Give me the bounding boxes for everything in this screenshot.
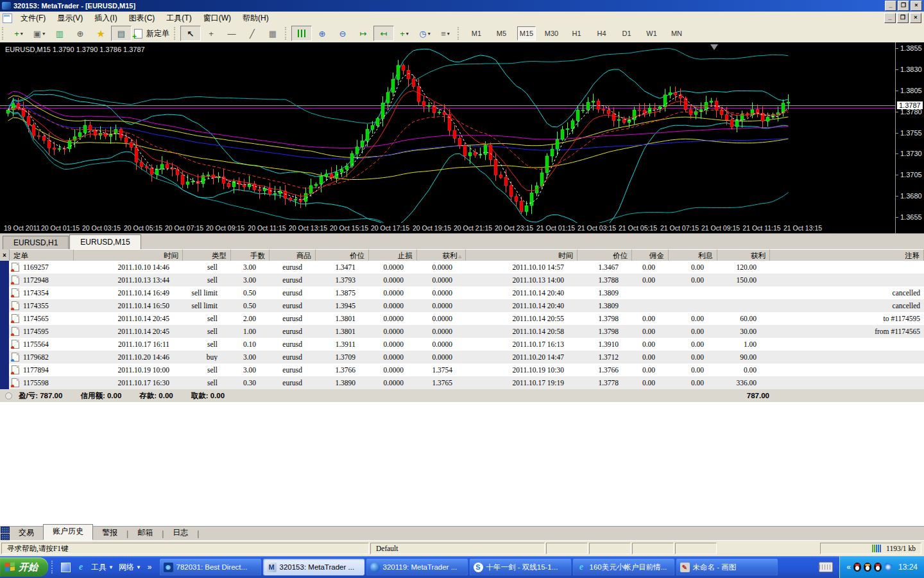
bar-chart-button[interactable] bbox=[291, 26, 312, 41]
child-restore-button[interactable]: ❐ bbox=[897, 13, 909, 23]
navigator-button[interactable]: ★ bbox=[90, 26, 111, 41]
menu-item-window[interactable]: 窗口(W) bbox=[198, 11, 237, 26]
qq-icon[interactable] bbox=[853, 563, 861, 572]
child-close-button[interactable]: × bbox=[910, 13, 921, 23]
column-header-11[interactable]: 利息 bbox=[669, 249, 717, 261]
terminal-tab-1[interactable]: 账户历史 bbox=[43, 524, 93, 540]
profiles-button[interactable]: ▣▾ bbox=[29, 26, 49, 41]
terminal-tab-2[interactable]: 警报 bbox=[93, 526, 126, 540]
trendline-button[interactable]: ╱ bbox=[242, 26, 262, 41]
language-keyboard-icon[interactable] bbox=[819, 562, 833, 572]
cursor-button[interactable]: ↖ bbox=[180, 26, 201, 41]
history-row-1175598[interactable]: 11755982011.10.17 16:30sell0.30eurusd1.3… bbox=[9, 376, 924, 389]
timeframe-h4[interactable]: H4 bbox=[592, 26, 611, 40]
terminal-tab-3[interactable]: 邮箱 bbox=[128, 526, 162, 540]
data-window-button[interactable]: ⊕ bbox=[70, 26, 90, 41]
history-row-1174355[interactable]: 11743552011.10.14 16:50sell limit0.50eur… bbox=[9, 299, 924, 312]
timeframe-m30[interactable]: M30 bbox=[542, 26, 561, 40]
start-button[interactable]: 开始 bbox=[0, 557, 48, 577]
qq-icon[interactable] bbox=[874, 563, 882, 572]
auto-scroll-button[interactable]: ↦ bbox=[353, 26, 373, 41]
menu-item-file[interactable]: 文件(F) bbox=[15, 11, 51, 26]
terminal-close-button[interactable]: × bbox=[0, 249, 10, 261]
history-row-1177894[interactable]: 11778942011.10.19 10:00sell3.00eurusd1.3… bbox=[9, 363, 924, 376]
history-row-1179682[interactable]: 11796822011.10.20 14:46buy3.00eurusd1.37… bbox=[9, 351, 924, 363]
taskbar-task-mt[interactable]: M320153: MetaTrader ... bbox=[263, 559, 364, 575]
column-header-3[interactable]: 手数 bbox=[231, 249, 270, 261]
zoom-out-button[interactable]: ⊖ bbox=[332, 26, 353, 41]
toolbar-network-menu[interactable]: 网络▼ bbox=[119, 562, 141, 573]
child-minimize-button[interactable]: _ bbox=[884, 13, 896, 23]
zoom-in-button[interactable]: ⊕ bbox=[312, 26, 332, 41]
column-header-1[interactable]: 时间 bbox=[74, 249, 183, 261]
timeframe-d1[interactable]: D1 bbox=[617, 26, 636, 40]
tray-collapse-chevron[interactable]: « bbox=[846, 563, 851, 572]
status-profile[interactable]: Default bbox=[370, 543, 545, 554]
text-grid-button[interactable]: ▦ bbox=[262, 26, 283, 41]
chart-tab-eurusd-m15[interactable]: EURUSD,M15 bbox=[69, 234, 141, 249]
column-header-9[interactable]: 价位 bbox=[578, 249, 632, 261]
timeframe-h1[interactable]: H1 bbox=[567, 26, 586, 40]
horizontal-line-button[interactable]: — bbox=[221, 26, 242, 41]
messenger-icon[interactable] bbox=[883, 562, 893, 572]
taskbar-task-bd[interactable]: 782031: Best Direct... bbox=[160, 559, 261, 575]
history-row-1174595[interactable]: 11745952011.10.14 20:45sell1.00eurusd1.3… bbox=[9, 325, 924, 338]
taskbar-task-globe[interactable]: 320119: MetaTrader ... bbox=[366, 559, 468, 575]
new-order-button[interactable]: 新定单 bbox=[132, 26, 172, 41]
dock-grip[interactable] bbox=[0, 526, 10, 540]
price-axis[interactable]: 1.38551.38301.38051.37801.37551.37301.37… bbox=[895, 42, 924, 233]
history-row-1175564[interactable]: 11755642011.10.17 16:11sell0.10eurusd1.3… bbox=[9, 338, 924, 351]
column-header-2[interactable]: 类型 bbox=[183, 249, 231, 261]
history-row-1174354[interactable]: 11743542011.10.14 16:49sell limit0.50eur… bbox=[9, 286, 924, 299]
quicklaunch-desktop-icon[interactable] bbox=[60, 561, 71, 573]
menu-item-insert[interactable]: 插入(I) bbox=[89, 11, 123, 26]
timeframe-w1[interactable]: W1 bbox=[642, 26, 661, 40]
restore-button[interactable]: ❐ bbox=[898, 1, 909, 11]
column-header-10[interactable]: 佣金 bbox=[632, 249, 669, 261]
column-header-4[interactable]: 商品 bbox=[270, 249, 316, 261]
menu-item-tools[interactable]: 工具(T) bbox=[160, 11, 197, 26]
templates-button[interactable]: ≡▾ bbox=[435, 26, 456, 41]
history-row-1174565[interactable]: 11745652011.10.14 20:45sell2.00eurusd1.3… bbox=[9, 312, 924, 325]
menu-item-help[interactable]: 帮助(H) bbox=[237, 11, 275, 26]
close-button[interactable]: × bbox=[911, 1, 922, 11]
quicklaunch-ie-icon[interactable]: e bbox=[75, 561, 87, 573]
terminal-tab-4[interactable]: 日志 bbox=[164, 526, 197, 540]
market-watch-button[interactable]: ▥ bbox=[49, 26, 70, 41]
history-row-1169257[interactable]: 11692572011.10.10 14:46sell3.00eurusd1.3… bbox=[9, 261, 924, 274]
quicklaunch-overflow-chevron[interactable]: » bbox=[148, 563, 152, 572]
column-header-13[interactable]: 注释 bbox=[770, 249, 924, 261]
taskbar-task-paint[interactable]: 未命名 - 画图 bbox=[676, 559, 778, 575]
taskbar-task-s[interactable]: S十年一剑 - 双线15-1... bbox=[470, 559, 571, 575]
new-chart-button[interactable]: +▾ bbox=[8, 26, 29, 41]
time-axis[interactable]: 19 Oct 201120 Oct 01:1520 Oct 03:1520 Oc… bbox=[0, 223, 895, 233]
minimize-button[interactable]: _ bbox=[885, 1, 896, 11]
terminal-button[interactable]: ▤ bbox=[111, 26, 132, 41]
timeframe-mn[interactable]: MN bbox=[667, 26, 686, 40]
timeframe-m1[interactable]: M1 bbox=[467, 26, 486, 40]
menu-item-charts[interactable]: 图表(C) bbox=[123, 11, 161, 26]
history-row-1172948[interactable]: 11729482011.10.13 13:44sell3.00eurusd1.3… bbox=[9, 274, 924, 286]
indicators-button[interactable]: +▾ bbox=[394, 26, 415, 41]
terminal-tab-0[interactable]: 交易 bbox=[10, 526, 43, 540]
qq-icon[interactable] bbox=[864, 563, 871, 572]
crosshair-button[interactable]: + bbox=[201, 26, 221, 41]
column-header-8[interactable]: 时间 bbox=[466, 249, 578, 261]
chart-shift-marker[interactable] bbox=[710, 44, 718, 50]
title-bar[interactable]: 320153: MetaTrader - [EURUSD,M15] _ ❐ × bbox=[0, 0, 924, 12]
price-chart[interactable] bbox=[0, 42, 895, 223]
column-header-7[interactable]: 获利▵ bbox=[417, 249, 466, 261]
column-header-5[interactable]: 价位 bbox=[316, 249, 369, 261]
toolbar-tools-menu[interactable]: 工具▼ bbox=[91, 562, 114, 573]
column-header-0[interactable]: 定单 bbox=[10, 249, 74, 261]
taskbar-task-ie[interactable]: e160美元小帐户目前情... bbox=[573, 559, 674, 575]
column-header-6[interactable]: 止损 bbox=[369, 249, 417, 261]
column-header-12[interactable]: 获利 bbox=[717, 249, 770, 261]
timeframe-m15[interactable]: M15 bbox=[517, 26, 536, 40]
chart-tab-eurusd-h1[interactable]: EURUSD,H1 bbox=[3, 236, 69, 249]
periods-button[interactable]: ◷▾ bbox=[415, 26, 435, 41]
menu-item-view[interactable]: 显示(V) bbox=[51, 11, 89, 26]
timeframe-m5[interactable]: M5 bbox=[492, 26, 511, 40]
chart-area[interactable]: EURUSD,M15 1.3790 1.3790 1.3786 1.3787 1… bbox=[0, 42, 924, 233]
chart-shift-button[interactable]: ↤ bbox=[373, 26, 394, 41]
